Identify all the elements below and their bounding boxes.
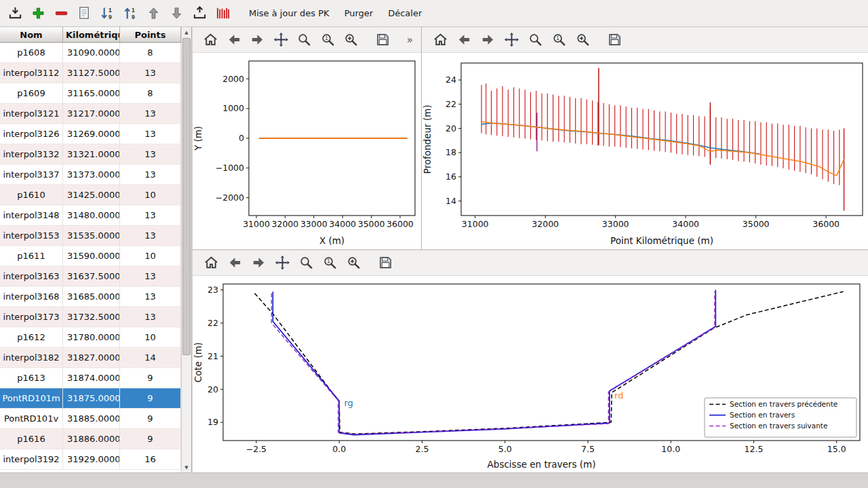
scrollbar-up-arrow-icon[interactable]: ▲ (182, 27, 191, 37)
svg-text:10.0: 10.0 (661, 444, 680, 454)
table-row[interactable]: interpol313231321.000013 (0, 144, 181, 165)
sort-desc-button[interactable]: 19 (96, 3, 118, 24)
table-row[interactable]: PontRD101m31875.00009 (0, 388, 181, 409)
table-row[interactable]: p161631886.00009 (0, 429, 181, 449)
arrow-up-button[interactable] (142, 3, 164, 24)
application-window: 1919 Mise à jour des PK Purger Décaler N… (0, 0, 868, 488)
table-row[interactable]: interpol316831685.000013 (0, 287, 181, 307)
zoom-button[interactable] (525, 30, 545, 50)
cell-pk: 31780.0000 (63, 327, 120, 347)
table-row[interactable]: p161131590.000010 (0, 246, 181, 266)
home-button[interactable] (201, 253, 221, 273)
table-row[interactable]: interpol314831480.000013 (0, 205, 181, 226)
figure-trace[interactable]: 310003200033000340003500036000−2000−1000… (193, 53, 421, 249)
table-row[interactable]: p160831090.00008 (0, 43, 181, 63)
table-row[interactable]: interpol315331535.000013 (0, 226, 181, 246)
cell-pk: 31269.0000 (63, 124, 120, 144)
sort-asc-button[interactable]: 19 (119, 3, 141, 24)
zoom-button[interactable] (296, 253, 316, 273)
table-row[interactable]: interpol312631269.000013 (0, 124, 181, 144)
zoom-plus-button[interactable] (572, 30, 593, 50)
table-row[interactable]: interpol311231127.500013 (0, 63, 181, 83)
figure-profil-long[interactable]: 3100032000330003400035000360001416182022… (422, 53, 868, 249)
cell-nom: interpol3168 (0, 287, 63, 306)
column-header-nom[interactable]: Nom (0, 27, 63, 42)
cell-pk: 31590.0000 (63, 246, 120, 266)
table-row[interactable]: interpol317331732.500013 (0, 307, 181, 327)
zoom-one-button[interactable]: 1 (319, 253, 340, 273)
table-row[interactable]: interpol318231827.000014 (0, 348, 181, 368)
back-button[interactable] (224, 30, 243, 50)
table-row[interactable]: PontRD101v31885.00009 (0, 409, 181, 429)
svg-text:rd: rd (614, 390, 623, 401)
table-row[interactable]: p161031425.000010 (0, 185, 181, 205)
sort-asc-icon: 19 (123, 5, 138, 21)
zoom-one-button[interactable]: 1 (317, 30, 337, 50)
pan-button[interactable] (272, 253, 292, 273)
forward-button[interactable] (248, 253, 269, 273)
table-row[interactable]: p160931165.00008 (0, 83, 181, 104)
import-icon (7, 5, 23, 21)
column-header-points[interactable]: Points (120, 27, 181, 42)
menu-decaler[interactable]: Décaler (382, 5, 428, 22)
column-header-pk[interactable]: t Kilométriqu (63, 27, 120, 42)
cell-points: 13 (120, 63, 181, 83)
menu-mise-a-jour-pk[interactable]: Mise à jour des PK (243, 5, 336, 22)
table-row[interactable]: interpol319231929.000016 (0, 449, 181, 470)
zoom-icon (298, 255, 314, 270)
export-button[interactable] (189, 3, 210, 24)
zoom-plus-button[interactable] (343, 253, 363, 273)
arrow-down-button[interactable] (165, 3, 187, 24)
svg-text:Profondeur (m): Profondeur (m) (422, 105, 433, 174)
pan-button[interactable] (501, 30, 521, 50)
pan-button[interactable] (271, 30, 290, 50)
svg-text:33000: 33000 (602, 219, 629, 229)
home-button[interactable] (430, 30, 450, 50)
zoom-button[interactable] (294, 30, 314, 50)
svg-text:32000: 32000 (532, 219, 559, 229)
cell-nom: p1610 (0, 185, 63, 205)
table-row[interactable]: interpol316331637.500013 (0, 266, 181, 287)
forward-button[interactable] (477, 30, 498, 50)
save-button[interactable] (372, 30, 392, 50)
cell-points: 10 (120, 185, 181, 205)
forward-icon (251, 255, 267, 270)
svg-text:2.5: 2.5 (415, 444, 429, 454)
svg-text:1: 1 (327, 258, 330, 264)
cell-nom: p1611 (0, 246, 63, 266)
svg-text:31000: 31000 (243, 219, 270, 229)
cell-nom: PontRD101v (0, 409, 63, 428)
menu-purger[interactable]: Purger (338, 5, 380, 22)
save-button[interactable] (604, 30, 625, 50)
cell-nom: interpol3137 (0, 165, 63, 184)
back-button[interactable] (224, 253, 245, 273)
remove-button[interactable] (50, 3, 72, 24)
back-button[interactable] (454, 30, 474, 50)
zoom-one-button[interactable]: 1 (549, 30, 569, 50)
toolbar-overflow-chevron[interactable]: » (407, 34, 413, 46)
scrollbar-down-arrow-icon[interactable]: ▼ (182, 462, 191, 472)
zoom-plus-button[interactable] (341, 30, 361, 50)
cell-nom: p1616 (0, 429, 63, 449)
sections-button[interactable] (212, 3, 233, 24)
svg-text:21: 21 (208, 351, 218, 361)
table-scrollbar[interactable]: ▲ ▼ (181, 27, 191, 472)
forward-button[interactable] (248, 30, 267, 50)
scrollbar-thumb[interactable] (182, 38, 191, 355)
svg-text:14: 14 (446, 196, 456, 206)
table-row[interactable]: interpol313731373.000013 (0, 165, 181, 185)
import-button[interactable] (4, 3, 26, 24)
cell-nom: PontRD101m (0, 388, 63, 408)
figure-section[interactable]: −2.50.02.55.07.510.012.515.01920212223Ab… (193, 276, 868, 473)
cell-points: 9 (120, 429, 181, 449)
edit-button[interactable] (73, 3, 95, 24)
home-icon (433, 32, 448, 47)
table-row[interactable]: interpol312131217.000013 (0, 104, 181, 124)
home-button[interactable] (201, 30, 220, 50)
add-button[interactable] (27, 3, 49, 24)
table-row[interactable]: p161331874.00009 (0, 368, 181, 388)
table-row[interactable]: p161231780.000010 (0, 327, 181, 348)
save-button[interactable] (375, 253, 395, 273)
svg-text:−1000: −1000 (216, 163, 244, 173)
cell-points: 13 (120, 165, 181, 184)
